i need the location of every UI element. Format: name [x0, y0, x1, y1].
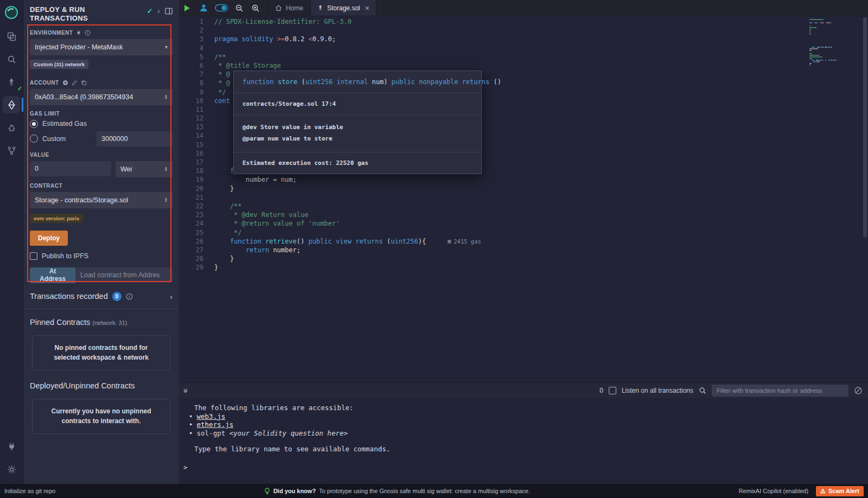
contract-select[interactable]: Storage - contracts/Storage.sol ▲▼	[30, 192, 173, 208]
line-number[interactable]: 5	[179, 53, 203, 61]
run-script-button[interactable]	[179, 0, 195, 16]
settings-gear-icon[interactable]	[3, 461, 20, 478]
code-line[interactable]: 3pragma solidity >=0.8.2 <0.9.0;	[179, 35, 868, 43]
at-address-button[interactable]: At Address	[30, 267, 75, 283]
line-number[interactable]: 23	[179, 210, 203, 219]
line-number[interactable]: 12	[179, 114, 203, 123]
listen-all-checkbox[interactable]	[609, 387, 616, 394]
zoom-out-button[interactable]	[231, 0, 247, 16]
terminal-prompt[interactable]: >	[183, 463, 868, 472]
line-number[interactable]: 25	[179, 228, 203, 237]
code-line[interactable]: 5/**	[179, 53, 868, 61]
compile-success-icon: ✓	[17, 85, 22, 92]
line-number[interactable]: 4	[179, 44, 203, 53]
editor-toggle-icon[interactable]	[212, 0, 231, 16]
line-number[interactable]: 10	[179, 97, 203, 105]
debugger-icon[interactable]	[3, 119, 20, 136]
code-line[interactable]: 25 */	[179, 228, 868, 237]
line-number[interactable]: 9	[179, 88, 203, 97]
code-line[interactable]: 20 }	[179, 184, 868, 193]
code-line[interactable]: 21	[179, 193, 868, 202]
close-tab-icon[interactable]: ×	[365, 4, 369, 12]
ethers-link[interactable]: ethers.js	[197, 420, 234, 429]
copilot-status[interactable]: RemixAI Copilot (enabled)	[739, 488, 808, 494]
solidity-compiler-icon[interactable]: ✓	[3, 73, 20, 91]
select-caret-icon: ▲▼	[164, 197, 168, 203]
plugin-manager-icon[interactable]	[3, 438, 20, 455]
deploy-run-icon[interactable]	[3, 96, 20, 113]
zoom-in-button[interactable]	[247, 0, 264, 16]
git-init-status[interactable]: Initialize as git repo	[4, 488, 55, 494]
line-number[interactable]: 19	[179, 175, 203, 184]
environment-select[interactable]: Injected Provider - MetaMask ▾	[30, 39, 173, 55]
line-number[interactable]: 29	[179, 263, 203, 272]
line-number[interactable]: 18	[179, 167, 203, 175]
file-explorer-icon[interactable]	[3, 28, 20, 45]
panel-layout-icon[interactable]	[165, 8, 173, 15]
value-unit-select[interactable]: Wei ▲▼	[116, 161, 173, 177]
custom-gas-radio[interactable]	[30, 135, 38, 143]
edit-pencil-icon[interactable]	[72, 80, 78, 86]
code-line[interactable]: 23 * @dev Return value	[179, 210, 868, 219]
estimated-gas-radio[interactable]	[30, 120, 38, 128]
remix-logo-icon[interactable]	[4, 5, 18, 20]
line-number[interactable]: 7	[179, 70, 203, 79]
line-number[interactable]: 6	[179, 61, 203, 70]
code-line[interactable]: 29}	[179, 263, 868, 272]
line-number[interactable]: 16	[179, 149, 203, 158]
add-account-icon[interactable]	[62, 80, 68, 86]
line-number[interactable]: 17	[179, 158, 203, 167]
git-icon[interactable]	[3, 142, 20, 159]
scam-alert-badge[interactable]: ⚠ Scam Alert	[816, 486, 864, 496]
line-number[interactable]: 24	[179, 219, 203, 228]
line-number[interactable]: 2	[179, 26, 203, 35]
terminal[interactable]: The following libraries are accessible: …	[179, 398, 868, 484]
code-line[interactable]: 2	[179, 26, 868, 35]
account-select[interactable]: 0xA03...85ac4 (0.398673504934 ▲▼	[30, 89, 173, 105]
line-number[interactable]: 20	[179, 184, 203, 193]
chevron-right-icon[interactable]: ›	[170, 292, 173, 301]
editor-scrollbar[interactable]	[863, 17, 867, 237]
code-line[interactable]: 22 /**	[179, 202, 868, 210]
line-number[interactable]: 26	[179, 237, 203, 246]
code-line[interactable]: 28 }	[179, 254, 868, 263]
line-number[interactable]: 21	[179, 193, 203, 202]
line-number[interactable]: 13	[179, 123, 203, 131]
code-editor[interactable]: 1// SPDX-License-Identifier: GPL-3.023pr…	[179, 16, 868, 382]
value-input[interactable]	[30, 161, 111, 176]
fork-plug-icon[interactable]	[76, 30, 81, 36]
code-line[interactable]: 6 * @title Storage	[179, 61, 868, 70]
code-line[interactable]: 26 function retrieve() public view retur…	[179, 237, 868, 246]
line-number[interactable]: 22	[179, 202, 203, 210]
code-line[interactable]: 1// SPDX-License-Identifier: GPL-3.0	[179, 17, 868, 26]
chevron-right-icon[interactable]: ›	[157, 7, 160, 15]
terminal-expand-icon[interactable]: »	[182, 389, 190, 393]
at-address-input[interactable]	[75, 267, 173, 283]
code-line[interactable]: 24 * @return value of 'number'	[179, 219, 868, 228]
line-number[interactable]: 15	[179, 141, 203, 149]
line-number[interactable]: 28	[179, 254, 203, 263]
code-line[interactable]: 4	[179, 44, 868, 53]
terminal-filter-input[interactable]	[712, 385, 848, 397]
line-number[interactable]: 8	[179, 79, 203, 87]
tab-home[interactable]: Home	[268, 0, 310, 16]
deploy-button[interactable]: Deploy	[30, 231, 68, 246]
custom-gas-input[interactable]	[97, 131, 173, 146]
line-number[interactable]: 27	[179, 246, 203, 254]
info-icon[interactable]	[85, 30, 91, 36]
code-line[interactable]: 19 number = num;	[179, 175, 868, 184]
line-number[interactable]: 1	[179, 17, 203, 26]
code-line[interactable]: 27 return number;	[179, 246, 868, 254]
copy-icon[interactable]	[81, 80, 87, 86]
search-icon[interactable]	[3, 50, 20, 68]
info-icon[interactable]	[126, 293, 133, 300]
web3-link[interactable]: web3.js	[197, 412, 226, 420]
clear-console-icon[interactable]	[854, 386, 863, 395]
publish-ipfs-checkbox[interactable]	[30, 252, 37, 260]
tab-storage-sol[interactable]: Storage.sol ×	[310, 0, 376, 16]
ai-assistant-icon[interactable]	[195, 0, 212, 16]
line-number[interactable]: 3	[179, 35, 203, 43]
editor-minimap[interactable]	[809, 19, 837, 66]
line-number[interactable]: 11	[179, 105, 203, 114]
line-number[interactable]: 14	[179, 131, 203, 140]
